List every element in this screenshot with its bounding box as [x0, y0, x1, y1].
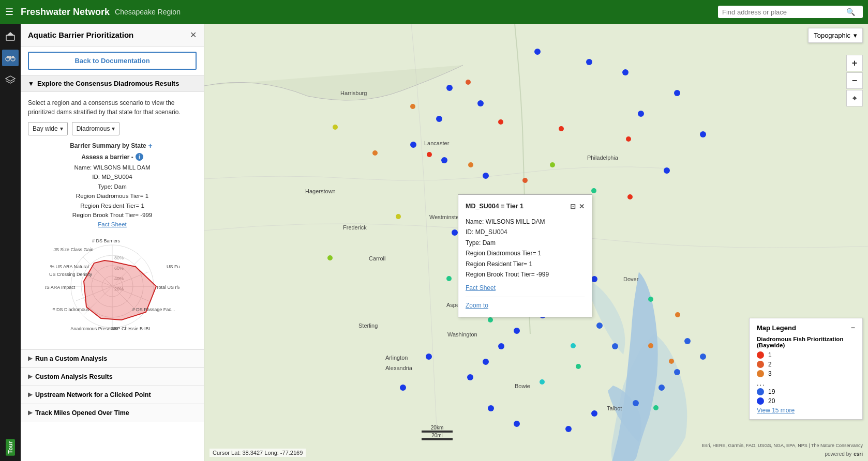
- barrier-dot-blue-24[interactable]: [514, 421, 520, 427]
- barrier-dot-teal-1[interactable]: [591, 188, 596, 193]
- barrier-dot-blue-27[interactable]: [700, 131, 706, 137]
- barrier-dot-cyan-1[interactable]: [571, 343, 576, 348]
- barrier-dot-green-1[interactable]: [550, 162, 555, 167]
- barrier-dot-blue-25[interactable]: [638, 111, 644, 117]
- barrier-dot-blue-2[interactable]: [477, 100, 484, 106]
- region-dropdown[interactable]: Bay wide ▾: [28, 122, 68, 135]
- barrier-dot-blue-lighter-1[interactable]: [684, 338, 691, 344]
- barrier-dot-green-2[interactable]: [327, 255, 333, 260]
- legend-item-1: 1: [757, 351, 855, 359]
- barrier-dot-orange-1[interactable]: [410, 104, 415, 109]
- barrier-dot-blue-29[interactable]: [586, 59, 592, 65]
- search-icon[interactable]: 🔍: [846, 8, 855, 16]
- barrier-dot-blue-18[interactable]: [467, 374, 473, 380]
- panel-close-button[interactable]: ✕: [190, 30, 197, 40]
- barrier-dot-red-3[interactable]: [626, 136, 631, 142]
- barrier-summary-plus-icon[interactable]: +: [148, 142, 153, 150]
- barrier-dot-teal-5[interactable]: [576, 364, 581, 369]
- barrier-dot-blue-31[interactable]: [534, 49, 541, 55]
- track-miles-header[interactable]: ▶ Track Miles Opened Over Time: [21, 404, 204, 422]
- barrier-dot-orange-7[interactable]: [648, 343, 653, 348]
- run-custom-header[interactable]: ▶ Run a Custom Analysis: [21, 350, 204, 367]
- scenario-dropdown[interactable]: Diadromous ▾: [72, 122, 120, 135]
- barrier-dot-blue-3[interactable]: [436, 116, 442, 122]
- barrier-dot-blue-6[interactable]: [483, 173, 489, 179]
- svg-marker-1: [6, 32, 14, 36]
- popup-close-icon[interactable]: ✕: [579, 201, 585, 212]
- locate-button[interactable]: ⌖: [846, 90, 863, 106]
- hamburger-icon[interactable]: ☰: [5, 6, 13, 18]
- barrier-dot-red-5[interactable]: [627, 194, 633, 199]
- scale-line-miles: [422, 438, 453, 440]
- barrier-dot-blue-1[interactable]: [446, 85, 453, 91]
- legend-view-more-link[interactable]: View 15 more: [757, 407, 855, 414]
- esri-brand: esri: [854, 451, 863, 457]
- barrier-dot-blue-lighter-7[interactable]: [596, 322, 603, 329]
- barrier-dot-blue-26[interactable]: [674, 90, 680, 96]
- svg-text:Total US river lengt...: Total US river lengt...: [156, 285, 179, 290]
- barrier-dot-orange-2[interactable]: [372, 150, 378, 156]
- barrier-dot-teal-3[interactable]: [488, 317, 493, 322]
- barrier-dot-blue-5[interactable]: [441, 157, 447, 163]
- barrier-dot-blue-9[interactable]: [452, 229, 458, 236]
- barrier-dot-cyan-2[interactable]: [540, 379, 545, 385]
- barrier-dot-blue-28[interactable]: [664, 167, 670, 174]
- scale-label: 20km: [431, 425, 443, 431]
- popup-zoom-to-link[interactable]: Zoom to: [466, 302, 488, 309]
- barrier-dot-blue-lighter-4[interactable]: [659, 385, 665, 391]
- custom-results-header[interactable]: ▶ Custom Analysis Results: [21, 368, 204, 386]
- barrier-dot-blue-19[interactable]: [591, 410, 597, 417]
- barrier-dot-red-1[interactable]: [427, 152, 432, 157]
- barrier-dot-blue-30[interactable]: [622, 69, 628, 75]
- barrier-dot-blue-4[interactable]: [410, 142, 416, 148]
- search-input[interactable]: [722, 8, 846, 16]
- barrier-dot-blue-lighter-5[interactable]: [633, 400, 639, 406]
- barrier-dot-red-2[interactable]: [498, 119, 503, 125]
- fact-sheet-link[interactable]: Fact Sheet: [98, 221, 127, 227]
- upstream-network-header[interactable]: ▶ Upstream Network for a Clicked Point: [21, 386, 204, 404]
- barrier-dot-blue-15[interactable]: [514, 328, 520, 334]
- barrier-dot-yellow-1[interactable]: [333, 125, 338, 130]
- legend-minimize-button[interactable]: −: [851, 324, 855, 332]
- toolbar-layers-icon[interactable]: [2, 71, 19, 88]
- barrier-dot-blue-17[interactable]: [483, 359, 489, 365]
- map-area[interactable]: Harrisburg Lancaster Philadelphia Baltim…: [204, 24, 868, 461]
- barrier-dot-blue-16[interactable]: [498, 343, 504, 349]
- barrier-dot-blue-lighter-3[interactable]: [674, 369, 680, 375]
- barrier-dot-red-orange-2[interactable]: [522, 178, 528, 183]
- barrier-dot-blue-22[interactable]: [400, 385, 406, 391]
- map-background[interactable]: Harrisburg Lancaster Philadelphia Baltim…: [204, 24, 868, 461]
- barrier-dot-orange-6[interactable]: [675, 312, 680, 317]
- barrier-dot-red-orange-1[interactable]: [466, 80, 471, 85]
- zoom-out-button[interactable]: −: [846, 72, 863, 89]
- toolbar-home-icon[interactable]: [2, 28, 19, 44]
- barrier-dot-blue-lighter-2[interactable]: [700, 354, 706, 360]
- basemap-selector[interactable]: Topographic ▾: [808, 28, 863, 43]
- barrier-dot-teal-2[interactable]: [446, 276, 452, 281]
- track-miles-arrow-icon: ▶: [28, 409, 32, 416]
- barrier-dot-blue-20[interactable]: [565, 426, 572, 432]
- barrier-dot-orange-8[interactable]: [669, 359, 674, 364]
- explore-section-header[interactable]: ▼ Explore the Consensus Diadromous Resul…: [21, 75, 204, 92]
- popup-fact-sheet-link[interactable]: Fact Sheet: [466, 284, 496, 291]
- zoom-in-button[interactable]: +: [846, 55, 863, 71]
- barrier-resident: Region Resident Tier= 1: [28, 201, 197, 210]
- search-bar[interactable]: 🔍: [718, 6, 863, 18]
- barrier-dot-blue-21[interactable]: [426, 354, 432, 360]
- barrier-dot-blue-23[interactable]: [488, 405, 494, 411]
- popup-resize-icon[interactable]: ⊡: [570, 201, 576, 212]
- tour-button[interactable]: Tour: [6, 439, 15, 456]
- popup-name: Name: WILSONS MILL DAM: [466, 217, 585, 227]
- barrier-dot-teal-4[interactable]: [648, 297, 653, 302]
- back-to-documentation-button[interactable]: Back to Documentation: [28, 52, 197, 70]
- barrier-dot-yellow-2[interactable]: [396, 214, 401, 219]
- assess-barrier-info-icon[interactable]: i: [136, 153, 143, 161]
- barrier-dot-teal-6[interactable]: [653, 405, 659, 410]
- popup-brook: Region Brook Trout Tier= -999: [466, 269, 585, 280]
- track-miles-label: Track Miles Opened Over Time: [35, 409, 129, 417]
- barrier-dot-orange-3[interactable]: [468, 162, 473, 167]
- barrier-dot-red-4[interactable]: [559, 126, 564, 131]
- svg-rect-6: [12, 56, 14, 58]
- toolbar-binoculars-icon[interactable]: [2, 50, 19, 66]
- barrier-dot-blue-lighter-6[interactable]: [612, 343, 618, 349]
